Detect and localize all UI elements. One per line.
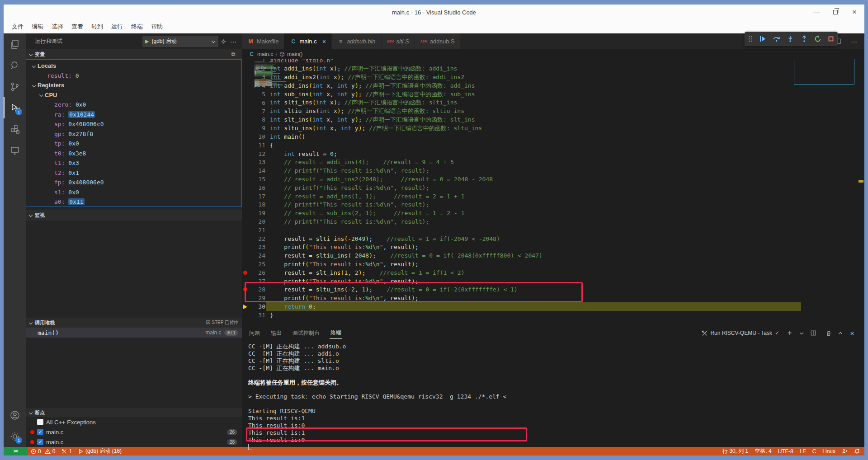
menu-item-0[interactable]: 文件 [8,21,27,32]
debug-settings-gear-icon[interactable] [218,37,228,47]
variable-row[interactable]: tp: 0x0 [26,139,241,149]
breakpoint-checkbox[interactable]: ✓ [37,429,43,435]
menu-item-2[interactable]: 选择 [48,21,67,32]
start-debug-icon[interactable]: ▶ [145,38,149,44]
account-button[interactable] [4,404,26,426]
variable-row[interactable]: fp: 0x408006e0 [26,178,241,188]
split-terminal-icon[interactable] [808,328,818,338]
menu-item-4[interactable]: 转到 [88,21,107,32]
new-terminal-icon[interactable]: + [785,328,795,338]
variable-row[interactable]: s1: 0x0 [26,188,241,197]
sidebar-item-run-and-debug[interactable]: 1 [4,97,26,118]
code-editor[interactable]: 1#include "stdio.h"2int addi_ins(int x);… [242,59,864,326]
manage-button[interactable]: 1 [4,426,26,447]
variable-row[interactable]: Registers [26,80,241,90]
more-actions-icon[interactable]: ··· [849,37,859,47]
remote-indicator[interactable]: >< [4,447,28,455]
breakpoint-checkbox[interactable] [37,419,43,425]
collapse-all-icon[interactable]: ⧉ [228,49,238,59]
source-control-icon [9,81,20,92]
tab-addsub.S[interactable]: ASMaddsub.S [415,33,461,49]
variable-row[interactable]: CPU [26,90,241,100]
code-line-16: 16 // printf("This result is:%d\n", resu… [242,183,864,192]
stop-button[interactable] [828,36,834,42]
breakpoint-row[interactable]: ✓main.c26 [26,427,242,437]
more-actions-icon[interactable]: ··· [228,37,238,47]
restart-button[interactable] [814,35,821,42]
terminal-task-label[interactable]: Run RISCV-QEMU - Task ✓ [702,330,779,336]
variable-row[interactable]: gp: 0x278f8 [26,129,241,139]
variable-row[interactable]: sp: 0x408006c0 [26,119,241,129]
close-tab-icon[interactable]: × [322,38,326,45]
tab-addsub.bin[interactable]: ≡addsub.bin [332,33,382,49]
sidebar-item-search[interactable] [4,55,26,76]
breadcrumb-file[interactable]: main.c [257,51,273,57]
restore-button[interactable] [832,9,839,16]
step-out-button[interactable] [801,35,808,42]
line-number: 3 [248,74,265,80]
panel-tab-问题[interactable]: 问题 [248,328,261,339]
variable-name: tp: [54,140,68,147]
breakpoint-checkbox[interactable]: ✓ [37,439,43,445]
terminal[interactable]: CC -[M] 正在构建 ... addsub.oCC -[M] 正在构建 ..… [242,340,864,451]
launch-config-dropdown[interactable]: ▶ (gdb) 启动 [142,36,218,47]
sidebar-item-remote-explorer[interactable] [4,140,26,161]
gutter-marker[interactable] [242,271,248,275]
code-text: result = sltiu_ins(-2048); //result = 0 … [270,252,542,259]
variable-row[interactable]: t0: 0x3e8 [26,149,241,159]
variable-row[interactable]: result: 0 [26,71,241,81]
tab-main.c[interactable]: Cmain.c× [284,33,331,49]
variable-row[interactable]: Locals [26,61,241,71]
sidebar-item-source-control[interactable] [4,76,26,97]
menu-item-3[interactable]: 查看 [68,21,87,32]
gutter-marker[interactable] [242,287,248,291]
breadcrumb[interactable]: C main.c › main() [242,49,864,59]
toolbar-drag-handle[interactable] [748,35,753,42]
breakpoint-label: main.c [46,429,63,436]
close-button[interactable]: × [851,9,858,16]
run-debug-title: 运行和调试 [35,38,62,45]
step-over-button[interactable] [773,35,780,42]
panel-tab-调试控制台[interactable]: 调试控制台 [292,328,321,339]
breakpoints-section-header[interactable]: 断点 [26,408,242,417]
maximize-panel-icon[interactable] [839,332,842,335]
watch-section-header[interactable]: 监视 [26,210,242,221]
terminal-dropdown-icon[interactable] [800,330,803,334]
variable-row[interactable]: a0: 0x11 [26,197,241,207]
variables-tree[interactable]: Localsresult: 0RegistersCPUzero: 0x0ra: … [26,59,242,207]
close-panel-icon[interactable]: × [847,328,857,338]
breakpoint-row[interactable]: All C++ Exceptions [26,417,242,427]
line-number: 21 [248,227,265,234]
variables-section-header[interactable]: 变量 ⧉ [26,49,242,59]
call-stack-section-header[interactable]: 调用堆栈 因 STEP 已暂停 [26,318,242,328]
variable-row[interactable]: zero: 0x0 [26,100,241,110]
sidebar-item-explorer[interactable] [4,33,26,55]
minimize-button[interactable]: — [813,9,820,16]
gutter-marker[interactable] [242,305,248,309]
variable-row[interactable]: ra: 0x10244 [26,110,241,120]
panel-tab-终端[interactable]: 终端 [330,327,342,339]
menu-item-6[interactable]: 终端 [127,21,146,32]
menu-item-7[interactable]: 帮助 [147,21,166,32]
variable-value: 0x3 [68,160,79,166]
menu-item-5[interactable]: 运行 [108,21,127,32]
watch-body[interactable] [26,221,242,318]
menu-item-1[interactable]: 编辑 [28,21,47,32]
tab-Makefile[interactable]: MMakefile [242,33,284,49]
call-stack-frame-main[interactable]: main() main.c 30:1 [26,328,242,338]
variable-row[interactable]: t1: 0x3 [26,158,241,168]
continue-button[interactable] [759,35,766,42]
problems-status[interactable]: 0 0 [28,447,58,455]
kill-terminal-icon[interactable] [824,328,834,338]
debug-session-status[interactable]: (gdb) 启动 (16) [75,447,125,455]
step-into-button[interactable] [787,35,794,42]
tasks-status[interactable]: 1 [58,447,75,455]
panel-tab-输出[interactable]: 输出 [270,328,283,339]
sidebar-item-extensions[interactable] [4,118,26,140]
variable-row[interactable]: t2: 0x1 [26,168,241,178]
breakpoint-row[interactable]: ✓main.c28 [26,437,242,447]
breadcrumb-symbol[interactable]: main() [287,51,302,57]
tab-slti.S[interactable]: ASMslti.S [382,33,415,49]
code-line-4: 4int add_ins(int x, int y); //声明一下汇编语言中的… [242,81,864,90]
variable-name: zero: [54,101,75,108]
